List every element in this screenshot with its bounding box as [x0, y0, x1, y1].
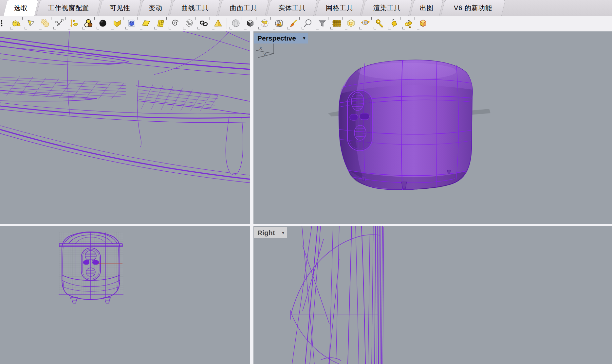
key-lock-icon[interactable]: [373, 17, 386, 30]
tab-label: 网格工具: [326, 4, 353, 12]
toolbar-separator: [227, 18, 227, 29]
viewport-perspective[interactable]: Perspective ▼ z x y: [253, 31, 612, 224]
tab-label: 出图: [420, 4, 434, 12]
tag-hook-icon[interactable]: [388, 17, 401, 30]
select-surface-icon[interactable]: [139, 17, 153, 30]
cube-u-icon[interactable]: [344, 17, 358, 30]
select-color-balls-icon[interactable]: [82, 17, 95, 30]
tab-label: 实体工具: [278, 4, 306, 12]
select-extrusion-icon[interactable]: [212, 17, 225, 30]
tab-label: 变动: [149, 4, 162, 12]
viewport-title-right[interactable]: Right ▼: [254, 227, 287, 238]
chevron-down-icon[interactable]: ▼: [300, 33, 308, 43]
fence-filter-icon[interactable]: [330, 17, 343, 30]
clipping-box-cylinder-icon[interactable]: [359, 17, 372, 30]
selection-filter-funnel-icon[interactable]: [316, 17, 329, 30]
select-cone-lasso-icon[interactable]: [24, 17, 37, 30]
viewport-title-perspective[interactable]: Perspective ▼: [254, 33, 308, 43]
select-group-icon[interactable]: [272, 17, 286, 30]
wireframe-curves-top-left: [0, 31, 250, 224]
tab-transform[interactable]: 变动: [139, 0, 172, 16]
key-and-tag-icon[interactable]: [402, 17, 415, 30]
select-box-cone-icon[interactable]: [10, 17, 23, 30]
select-annotations-icon[interactable]: [258, 17, 271, 30]
select-black-sphere-icon[interactable]: [96, 17, 109, 30]
tab-v6-new-features[interactable]: V6 的新功能: [441, 0, 506, 16]
viewport-title-text: Right: [254, 229, 279, 237]
tab-label: 曲面工具: [230, 4, 257, 12]
model-control-panel: [347, 90, 372, 151]
clipping-plane-right: [471, 109, 491, 115]
perspective-3d-model: [253, 31, 612, 224]
select-curve-spiral-icon[interactable]: [168, 17, 181, 30]
tab-visibility[interactable]: 可见性: [98, 0, 141, 16]
tab-surface-tools[interactable]: 曲面工具: [218, 0, 269, 16]
front-wireframe-model: [0, 226, 250, 364]
tab-label: 可见性: [109, 4, 130, 12]
tab-select[interactable]: 选取: [3, 0, 39, 16]
tab-label: V6 的新功能: [454, 4, 492, 12]
tab-label: 渲染工具: [373, 4, 401, 12]
viewport-bottom-left[interactable]: [0, 226, 250, 364]
viewport-title-text: Perspective: [254, 34, 300, 42]
select-open-polysurface-icon[interactable]: [111, 17, 124, 30]
red-yellow-cube-icon[interactable]: [417, 17, 430, 30]
select-point-cloud-icon[interactable]: [183, 17, 196, 30]
tab-drafting[interactable]: 出图: [410, 0, 443, 16]
magnifier-icon[interactable]: [301, 17, 314, 30]
gray-sphere-icon[interactable]: [229, 17, 242, 30]
main-toolbar: [0, 16, 612, 31]
tab-render-tools[interactable]: 渲染工具: [362, 0, 413, 16]
tab-curve-tools[interactable]: 曲线工具: [170, 0, 221, 16]
chevron-down-icon[interactable]: ▼: [279, 227, 287, 238]
gray-cube-icon[interactable]: [244, 17, 257, 30]
select-chain-icon[interactable]: [197, 17, 210, 30]
tab-solid-tools[interactable]: 实体工具: [267, 0, 318, 16]
nudge-arrows-icon[interactable]: [53, 17, 66, 30]
toolbar-tab-bar: 选取 工作视窗配置 可见性 变动 曲线工具 曲面工具 实体工具 网格工具 渲染工…: [0, 0, 612, 16]
tab-label: 工作视窗配置: [48, 4, 89, 12]
axis-x-label: x: [259, 45, 262, 51]
viewport-top-left[interactable]: [0, 31, 250, 224]
tab-label: 选取: [14, 4, 28, 12]
select-polygon-mesh-icon[interactable]: [154, 17, 167, 30]
axis-y-label: y: [263, 51, 266, 57]
select-blue-solid-icon[interactable]: [125, 17, 138, 30]
tab-mesh-tools[interactable]: 网格工具: [315, 0, 364, 16]
tab-label: 曲线工具: [181, 4, 209, 12]
paintbrush-icon[interactable]: [287, 17, 300, 30]
viewport-workspace: Perspective ▼ z x y: [0, 31, 612, 364]
tab-viewport-config[interactable]: 工作视窗配置: [36, 0, 101, 16]
wireframe-curves-right: [253, 226, 612, 364]
viewport-right[interactable]: Right ▼: [253, 226, 612, 364]
select-hatched-shapes-icon[interactable]: [39, 17, 52, 30]
select-points-dots-icon[interactable]: [0, 17, 9, 30]
drag-scale-hand-icon[interactable]: [67, 17, 81, 30]
